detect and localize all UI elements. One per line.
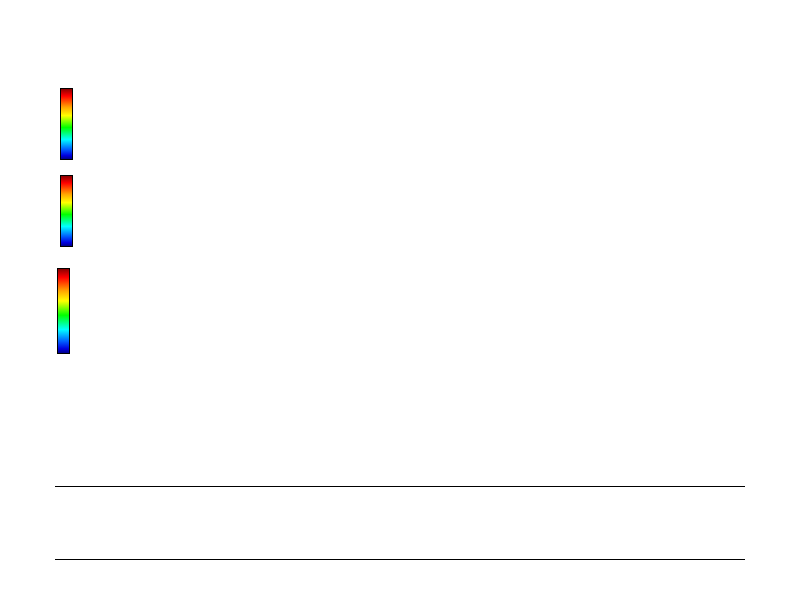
- footer-bottom-rule: [55, 559, 745, 560]
- tnr-spectrogram: [85, 265, 745, 375]
- rad2-colorbar: [60, 88, 73, 160]
- rad2-spectrogram: [85, 78, 745, 164]
- rad1-spectrogram: [85, 167, 745, 250]
- tnr-colorbar: [57, 268, 70, 354]
- wind-waves-summary-plot: [0, 0, 792, 612]
- footer-top-rule: [55, 486, 745, 487]
- waveform-rows-plot: [85, 380, 745, 475]
- rad1-colorbar: [60, 175, 73, 247]
